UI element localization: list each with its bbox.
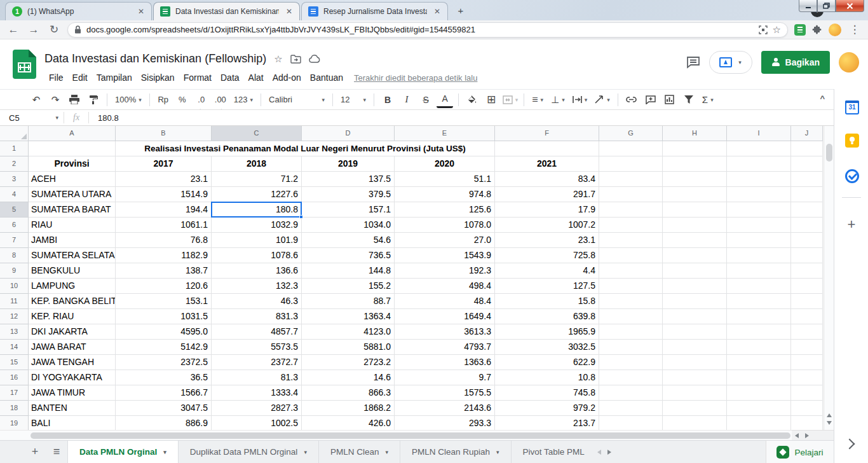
cell[interactable] [495, 141, 599, 156]
horizontal-scrollbar-thumb[interactable] [31, 432, 790, 439]
cell[interactable] [663, 218, 727, 233]
value-cell[interactable]: 1649.4 [395, 309, 495, 324]
spreadsheet-grid[interactable]: ABCDEFGHIJ1Realisasi Investasi Penanaman… [0, 126, 824, 440]
tasks-icon[interactable] [845, 169, 859, 183]
province-cell[interactable]: DI YOGYAKARTA [29, 370, 116, 385]
decrease-decimal-button[interactable]: .0← [193, 92, 210, 108]
value-cell[interactable]: 1078.6 [212, 248, 302, 263]
cell[interactable] [791, 156, 823, 172]
row-header-1[interactable]: 1 [0, 141, 29, 156]
sheet-tab-caret-icon[interactable]: ▾ [496, 449, 499, 455]
strikethrough-button[interactable]: S [417, 92, 434, 108]
filter-icon[interactable] [681, 92, 697, 108]
browser-tab[interactable]: 1(1) WhatsApp✕ [5, 2, 152, 20]
value-cell[interactable]: 1543.9 [395, 248, 495, 263]
value-cell[interactable]: 1034.0 [302, 218, 395, 233]
value-cell[interactable]: 213.7 [495, 416, 599, 431]
column-header-B[interactable]: B [116, 126, 212, 141]
cell[interactable] [791, 385, 823, 401]
document-title[interactable]: Data Investasi dan Kemiskinan (Fellowshi… [44, 52, 266, 66]
province-cell[interactable]: RIAU [29, 218, 116, 233]
menu-bantuan[interactable]: Bantuan [306, 70, 348, 85]
value-cell[interactable]: 622.9 [495, 355, 599, 370]
value-cell[interactable]: 1032.9 [212, 218, 302, 233]
cell[interactable] [727, 279, 791, 294]
value-cell[interactable]: 1007.2 [495, 218, 599, 233]
cell[interactable] [791, 263, 823, 279]
cell[interactable] [599, 156, 663, 172]
value-cell[interactable]: 5881.0 [302, 340, 395, 355]
cell[interactable] [599, 263, 663, 279]
cell[interactable] [727, 233, 791, 248]
sheet-tab-pmln-clean-rupiah[interactable]: PMLN Clean Rupiah▾ [400, 441, 512, 463]
star-document-icon[interactable]: ☆ [274, 53, 282, 65]
calendar-icon[interactable]: 31 [845, 100, 859, 114]
present-button[interactable]: ▾ [709, 51, 752, 74]
row-header-16[interactable]: 16 [0, 370, 29, 385]
all-sheets-button[interactable]: ≡ [46, 441, 67, 463]
value-cell[interactable]: 101.9 [212, 233, 302, 248]
cell[interactable] [727, 218, 791, 233]
cell[interactable] [791, 309, 823, 324]
insert-chart-icon[interactable] [661, 92, 678, 108]
zoom-select[interactable]: 100%▾ [112, 92, 144, 108]
cell[interactable] [599, 172, 663, 187]
share-button[interactable]: Bagikan [761, 51, 830, 74]
currency-format-button[interactable]: Rp [155, 92, 172, 108]
table-title-cell[interactable]: Realisasi Investasi Penanaman Modal Luar… [116, 141, 495, 156]
value-cell[interactable]: 15.8 [495, 294, 599, 309]
browser-menu-icon[interactable]: ⋮ [848, 24, 862, 35]
cell[interactable] [663, 233, 727, 248]
value-cell[interactable]: 192.3 [395, 263, 495, 279]
browser-tab[interactable]: Data Investasi dan Kemiskinan (F✕ [153, 2, 300, 20]
cell[interactable] [727, 340, 791, 355]
value-cell[interactable]: 71.2 [212, 172, 302, 187]
qr-code-icon[interactable] [759, 25, 768, 34]
column-header-F[interactable]: F [495, 126, 599, 141]
cell[interactable] [599, 416, 663, 431]
province-cell[interactable]: KEP. RIAU [29, 309, 116, 324]
value-cell[interactable]: 27.0 [395, 233, 495, 248]
scroll-down-icon[interactable] [827, 421, 832, 425]
value-cell[interactable]: 138.7 [116, 263, 212, 279]
cell[interactable] [599, 279, 663, 294]
cell[interactable] [791, 172, 823, 187]
value-cell[interactable]: 17.9 [495, 202, 599, 218]
bookmark-star-icon[interactable]: ☆ [773, 24, 781, 36]
last-edited-link[interactable]: Terakhir diedit beberapa detik lalu [354, 73, 477, 83]
value-cell[interactable]: 1031.5 [116, 309, 212, 324]
cell[interactable] [727, 294, 791, 309]
text-color-button[interactable]: A [437, 92, 453, 108]
value-cell[interactable]: 1333.4 [212, 385, 302, 401]
cell[interactable] [791, 187, 823, 202]
undo-icon[interactable]: ↶ [28, 92, 44, 108]
value-cell[interactable]: 2143.6 [395, 401, 495, 416]
collapse-panel-icon[interactable] [844, 439, 855, 450]
insert-link-icon[interactable] [623, 92, 640, 108]
province-cell[interactable]: LAMPUNG [29, 279, 116, 294]
column-header-I[interactable]: I [727, 126, 791, 141]
row-header-5[interactable]: 5 [0, 202, 29, 218]
cell[interactable] [727, 156, 791, 172]
year-header-cell[interactable]: 2018 [212, 156, 302, 172]
borders-icon[interactable]: ⊞ [483, 92, 499, 108]
cell[interactable] [727, 172, 791, 187]
menu-format[interactable]: Format [179, 70, 216, 85]
cell[interactable] [791, 294, 823, 309]
cell[interactable] [791, 248, 823, 263]
row-header-9[interactable]: 9 [0, 263, 29, 279]
insert-comment-icon[interactable] [642, 92, 659, 108]
cell[interactable] [663, 340, 727, 355]
value-cell[interactable]: 1002.5 [212, 416, 302, 431]
row-header-6[interactable]: 6 [0, 218, 29, 233]
fill-handle[interactable] [299, 215, 303, 219]
row-header-18[interactable]: 18 [0, 401, 29, 416]
cell[interactable] [791, 370, 823, 385]
cell[interactable] [663, 172, 727, 187]
scroll-left-icon[interactable] [795, 433, 799, 438]
value-cell[interactable]: 23.1 [495, 233, 599, 248]
cell[interactable] [663, 370, 727, 385]
value-cell[interactable]: 83.4 [495, 172, 599, 187]
value-cell[interactable]: 14.6 [302, 370, 395, 385]
value-cell[interactable]: 426.0 [302, 416, 395, 431]
